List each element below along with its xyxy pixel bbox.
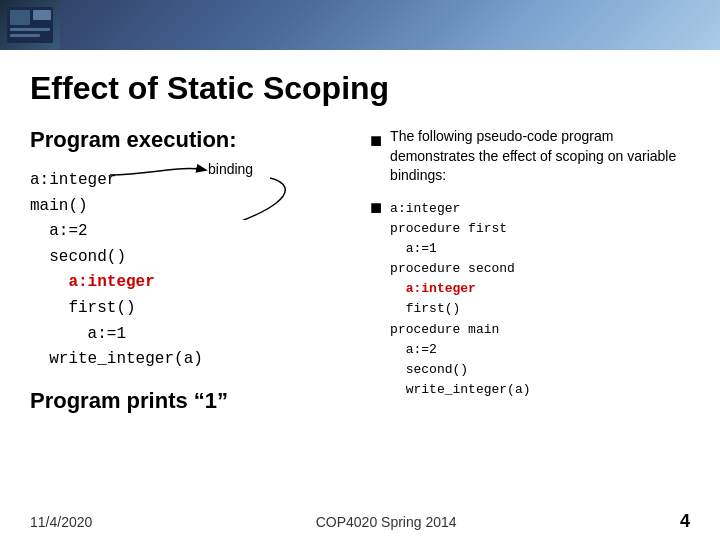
right-column: ■ The following pseudo-code program demo…	[350, 127, 690, 408]
pseudo-line-7: procedure main	[390, 320, 530, 340]
pseudo-line-1: a:integer	[390, 199, 530, 219]
left-column: Program execution: binding	[30, 127, 330, 414]
code-highlight-1: a:integer	[68, 273, 154, 291]
footer-course: COP4020 Spring 2014	[316, 514, 457, 530]
code-line-4: second()	[30, 245, 330, 271]
code-line-1: a:integer	[30, 168, 330, 194]
page-title: Effect of Static Scoping	[30, 70, 690, 107]
pseudo-line-9: second()	[390, 360, 530, 380]
bullet-dot-2: ■	[370, 196, 382, 219]
svg-rect-1	[10, 10, 30, 25]
pseudo-line-6: first()	[390, 299, 530, 319]
code-line-5: a:integer	[30, 270, 330, 296]
pseudo-line-4: procedure second	[390, 259, 530, 279]
header-logo	[0, 0, 60, 50]
pseudo-line-8: a:=2	[390, 340, 530, 360]
bullet-dot-1: ■	[370, 129, 382, 152]
bullet-item-1: ■ The following pseudo-code program demo…	[370, 127, 690, 186]
pseudo-code-block: a:integer procedure first a:=1 procedure…	[390, 199, 530, 400]
pseudo-line-10: write_integer(a)	[390, 380, 530, 400]
content-columns: Program execution: binding	[30, 127, 690, 414]
pseudo-line-2: procedure first	[390, 219, 530, 239]
code-line-8: write_integer(a)	[30, 347, 330, 373]
pseudo-line-5: a:integer	[390, 279, 530, 299]
code-line-6: first()	[30, 296, 330, 322]
program-execution-label: Program execution:	[30, 127, 330, 153]
main-content: Effect of Static Scoping Program executi…	[0, 50, 720, 540]
svg-rect-3	[10, 28, 50, 31]
binding-area: binding a:integer main() a:=2 second()	[30, 168, 330, 373]
pseudo-highlight-1: a:integer	[406, 281, 476, 296]
bullet-text-1: The following pseudo-code program demons…	[390, 127, 690, 186]
footer-page: 4	[680, 511, 690, 532]
footer: 11/4/2020 COP4020 Spring 2014 4	[0, 511, 720, 532]
code-line-2: main()	[30, 194, 330, 220]
svg-rect-2	[33, 10, 51, 20]
svg-rect-4	[10, 34, 40, 37]
code-line-3: a:=2	[30, 219, 330, 245]
header-strip	[0, 0, 720, 50]
program-prints-label: Program prints “1”	[30, 388, 330, 414]
code-line-7: a:=1	[30, 322, 330, 348]
bullet-item-2: ■ a:integer procedure first a:=1 procedu…	[370, 194, 690, 400]
code-block: a:integer main() a:=2 second() a:integer…	[30, 168, 330, 373]
pseudo-line-3: a:=1	[390, 239, 530, 259]
footer-date: 11/4/2020	[30, 514, 92, 530]
